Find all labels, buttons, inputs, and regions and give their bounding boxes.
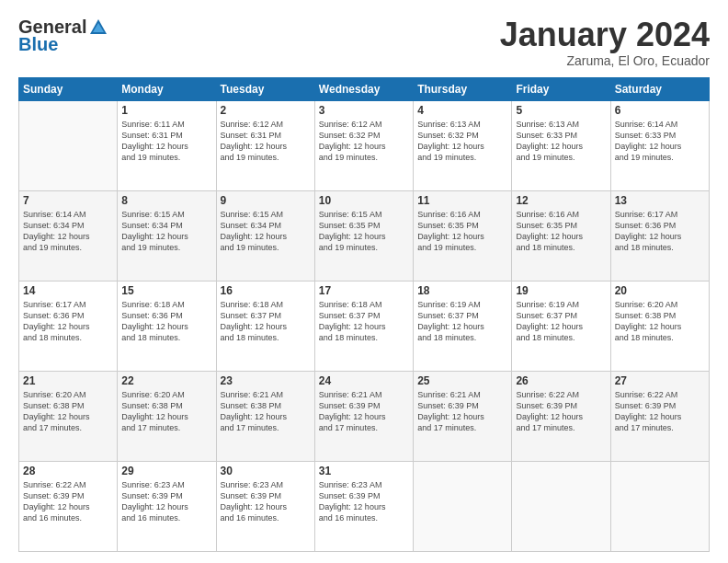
calendar-row-5: 28 Sunrise: 6:22 AMSunset: 6:39 PMDaylig… [19, 461, 710, 551]
empty-cell [414, 461, 512, 551]
table-row: 27 Sunrise: 6:22 AMSunset: 6:39 PMDaylig… [610, 371, 709, 461]
empty-cell [610, 461, 709, 551]
empty-cell [19, 100, 118, 190]
calendar-row-3: 14 Sunrise: 6:17 AMSunset: 6:36 PMDaylig… [19, 281, 710, 371]
table-row: 16 Sunrise: 6:18 AMSunset: 6:37 PMDaylig… [216, 281, 314, 371]
title-area: January 2024 Zaruma, El Oro, Ecuador [500, 17, 710, 68]
calendar-row-1: 1 Sunrise: 6:11 AMSunset: 6:31 PMDayligh… [19, 100, 710, 190]
table-row: 3 Sunrise: 6:12 AMSunset: 6:32 PMDayligh… [314, 100, 413, 190]
table-row: 12 Sunrise: 6:16 AMSunset: 6:35 PMDaylig… [512, 190, 610, 281]
logo-icon [88, 17, 108, 38]
table-row: 18 Sunrise: 6:19 AMSunset: 6:37 PMDaylig… [414, 281, 512, 371]
table-row: 6 Sunrise: 6:14 AMSunset: 6:33 PMDayligh… [610, 100, 709, 190]
header-sunday: Sunday [19, 77, 118, 100]
table-row: 31 Sunrise: 6:23 AMSunset: 6:39 PMDaylig… [314, 461, 413, 551]
empty-cell [512, 461, 610, 551]
table-row: 13 Sunrise: 6:17 AMSunset: 6:36 PMDaylig… [610, 190, 709, 281]
header-tuesday: Tuesday [216, 77, 314, 100]
table-row: 24 Sunrise: 6:21 AMSunset: 6:39 PMDaylig… [314, 371, 413, 461]
table-row: 15 Sunrise: 6:18 AMSunset: 6:36 PMDaylig… [118, 281, 216, 371]
table-row: 19 Sunrise: 6:19 AMSunset: 6:37 PMDaylig… [512, 281, 610, 371]
month-title: January 2024 [500, 17, 710, 53]
table-row: 25 Sunrise: 6:21 AMSunset: 6:39 PMDaylig… [414, 371, 512, 461]
table-row: 14 Sunrise: 6:17 AMSunset: 6:36 PMDaylig… [19, 281, 118, 371]
table-row: 26 Sunrise: 6:22 AMSunset: 6:39 PMDaylig… [512, 371, 610, 461]
header-friday: Friday [512, 77, 610, 100]
table-row: 23 Sunrise: 6:21 AMSunset: 6:38 PMDaylig… [216, 371, 314, 461]
table-row: 1 Sunrise: 6:11 AMSunset: 6:31 PMDayligh… [118, 100, 216, 190]
table-row: 11 Sunrise: 6:16 AMSunset: 6:35 PMDaylig… [414, 190, 512, 281]
location-subtitle: Zaruma, El Oro, Ecuador [500, 53, 710, 68]
table-row: 20 Sunrise: 6:20 AMSunset: 6:38 PMDaylig… [610, 281, 709, 371]
table-row: 2 Sunrise: 6:12 AMSunset: 6:31 PMDayligh… [216, 100, 314, 190]
calendar-row-2: 7 Sunrise: 6:14 AMSunset: 6:34 PMDayligh… [19, 190, 710, 281]
table-row: 9 Sunrise: 6:15 AMSunset: 6:34 PMDayligh… [216, 190, 314, 281]
table-row: 17 Sunrise: 6:18 AMSunset: 6:37 PMDaylig… [314, 281, 413, 371]
table-row: 7 Sunrise: 6:14 AMSunset: 6:34 PMDayligh… [19, 190, 118, 281]
table-row: 5 Sunrise: 6:13 AMSunset: 6:33 PMDayligh… [512, 100, 610, 190]
header-wednesday: Wednesday [314, 77, 413, 100]
weekday-header-row: Sunday Monday Tuesday Wednesday Thursday… [19, 77, 710, 100]
table-row: 29 Sunrise: 6:23 AMSunset: 6:39 PMDaylig… [118, 461, 216, 551]
calendar-table: Sunday Monday Tuesday Wednesday Thursday… [18, 77, 710, 552]
page-header: General Blue January 2024 Zaruma, El Oro… [18, 17, 710, 68]
header-thursday: Thursday [414, 77, 512, 100]
table-row: 21 Sunrise: 6:20 AMSunset: 6:38 PMDaylig… [19, 371, 118, 461]
table-row: 8 Sunrise: 6:15 AMSunset: 6:34 PMDayligh… [118, 190, 216, 281]
table-row: 10 Sunrise: 6:15 AMSunset: 6:35 PMDaylig… [314, 190, 413, 281]
table-row: 28 Sunrise: 6:22 AMSunset: 6:39 PMDaylig… [19, 461, 118, 551]
header-monday: Monday [118, 77, 216, 100]
table-row: 30 Sunrise: 6:23 AMSunset: 6:39 PMDaylig… [216, 461, 314, 551]
logo-blue: Blue [18, 34, 58, 55]
calendar-row-4: 21 Sunrise: 6:20 AMSunset: 6:38 PMDaylig… [19, 371, 710, 461]
logo: General Blue [18, 17, 108, 55]
table-row: 4 Sunrise: 6:13 AMSunset: 6:32 PMDayligh… [414, 100, 512, 190]
table-row: 22 Sunrise: 6:20 AMSunset: 6:38 PMDaylig… [118, 371, 216, 461]
header-saturday: Saturday [610, 77, 709, 100]
